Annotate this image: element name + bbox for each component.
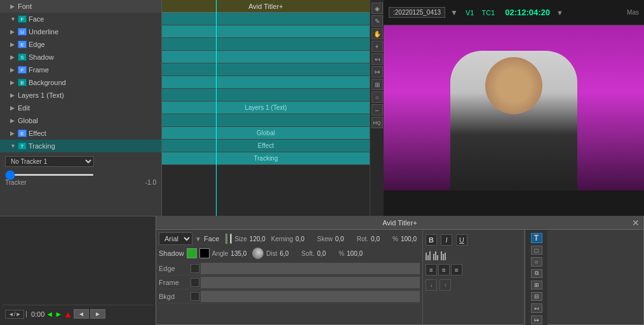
italic-button[interactable]: I (441, 234, 452, 246)
tl-row-5 (162, 63, 370, 76)
frame-label: Frame (159, 279, 191, 286)
face-arrow: ▼ (10, 16, 18, 22)
timeline-panel: Avid Titler+ Layers 1 (Text) Global Effe… (162, 0, 370, 216)
global-arrow: ▶ (10, 117, 18, 124)
gray-left-btn[interactable]: ◄ (74, 309, 89, 319)
tool-zoom-out[interactable]: – (372, 104, 383, 116)
underline-button[interactable]: U (456, 234, 467, 246)
face-pct-val: 100,0 (401, 235, 420, 242)
edit-arrow: ▶ (10, 105, 18, 111)
pos-down-btn[interactable]: ↓ (426, 279, 437, 291)
tool-shape[interactable]: □ (531, 246, 542, 255)
tracker-select[interactable]: No Tracker 1 (5, 156, 94, 167)
tl-row-6 (162, 76, 370, 89)
bold-button[interactable]: B (426, 234, 437, 246)
play-btn[interactable]: ◄/► (5, 310, 24, 319)
tree-item-underline[interactable]: ▶ U Underline (0, 25, 161, 38)
bottom-area: ◄/► | 0:00 ◄ ► ▲ ◄ ► Avid Titler+ ✕ Aria (0, 216, 644, 325)
titler-titlebar: Avid Titler+ ✕ (156, 216, 643, 230)
tool-text[interactable]: T (531, 233, 542, 243)
tl-row-layers-label: Layers 1 (Text) (245, 104, 286, 111)
tool-hand[interactable]: ✋ (372, 28, 383, 39)
effect-icon: E (18, 129, 27, 137)
tool-grid-large[interactable]: ⊟ (531, 292, 542, 301)
tree-item-shadow[interactable]: ▶ S Shadow (0, 51, 161, 63)
tree-item-background[interactable]: ▶ B Background (0, 76, 161, 89)
tree-item-global[interactable]: ▶ Global (0, 114, 161, 127)
gray-right-btn[interactable]: ► (90, 309, 105, 319)
tool-circle[interactable]: ○ (372, 91, 383, 103)
tree-item-effect[interactable]: ▶ E Effect (0, 127, 161, 140)
font-select[interactable]: Arial (159, 232, 192, 245)
face-icon: F (18, 15, 27, 23)
edge-rest (201, 263, 420, 274)
dist-val: 6,0 (280, 250, 299, 257)
shadow-black-swatch[interactable] (199, 248, 210, 258)
mask-label: Mas (627, 9, 639, 16)
tool-out[interactable]: ↦ (372, 66, 383, 77)
tool-zoom-in[interactable]: + (372, 41, 383, 52)
tree-item-tracking[interactable]: ▼ T Tracking (0, 140, 161, 152)
tool-arrow-out[interactable]: ↦ (531, 315, 542, 324)
tri-up-btn[interactable]: ▲ (64, 309, 72, 319)
tool-grid[interactable]: ⊞ (372, 79, 383, 90)
tl-row-4 (162, 51, 370, 63)
tree-item-edge[interactable]: ▶ E Edge (0, 38, 161, 51)
font-row: Arial ▼ Face Size 120,0 Kerning 0,0 Skew… (159, 232, 420, 245)
titler-close-btn[interactable]: ✕ (632, 218, 640, 228)
size-val: 120,0 (250, 235, 269, 242)
tree-item-edit[interactable]: ▶ Edit (0, 102, 161, 114)
tree-item-font[interactable]: ▶ Font (0, 0, 161, 13)
global-label: Global (18, 117, 38, 124)
tl-row-tracking-label: Tracking (254, 155, 278, 162)
pos-up-btn[interactable]: ↑ (439, 279, 451, 291)
tracking-arrow: ▼ (10, 143, 18, 149)
playback-controls: ◄/► | 0:00 ◄ ► ▲ ◄ ► (3, 305, 153, 322)
align-right-button[interactable]: ≡ (451, 264, 462, 275)
kern-icons-row (426, 251, 521, 260)
tool-circle[interactable]: ○ (531, 257, 542, 266)
tool-grid-small[interactable]: ⊞ (531, 281, 542, 289)
tracker-slider[interactable] (5, 174, 94, 176)
side-tools: ◈ ✎ ✋ + ↤ ↦ ⊞ ○ – HQ (370, 0, 384, 216)
edge-checkbox[interactable] (191, 264, 199, 273)
tool-copy[interactable]: ⧉ (531, 269, 542, 278)
dist-label: Dist (266, 250, 277, 257)
bkgd-checkbox[interactable] (191, 292, 199, 301)
edge-label: Edge (159, 265, 191, 272)
frame-rest (201, 277, 420, 288)
pos-left-btn[interactable]: ◄ (46, 310, 53, 319)
tree-item-layers[interactable]: ▶ Layers 1 (Text) (0, 89, 161, 102)
align-center-button[interactable]: ≡ (438, 264, 450, 275)
tl-row-global: Global (162, 127, 370, 140)
position-icons-row: ↓ ↑ (426, 279, 521, 291)
shadow-arrow: ▶ (10, 54, 18, 60)
tree-item-face[interactable]: ▼ F Face (0, 13, 161, 25)
face-color-swatch[interactable] (225, 234, 227, 244)
frame-checkbox[interactable] (191, 278, 199, 287)
bkgd-row: Bkgd (159, 289, 420, 303)
tool-select[interactable]: ◈ (372, 3, 383, 14)
timecode-arrow: ▼ (556, 9, 563, 17)
align-left-button[interactable]: ≡ (426, 264, 437, 275)
video-background (384, 25, 644, 190)
tool-pen[interactable]: ✎ (372, 15, 383, 27)
tracking-icon: T (18, 142, 27, 150)
tool-in[interactable]: ↤ (372, 53, 383, 65)
shadow-color-swatch[interactable] (187, 248, 197, 258)
tl-row-3 (162, 38, 370, 51)
layers-arrow: ▶ (10, 92, 18, 98)
tool-hq[interactable]: HQ (372, 117, 383, 128)
underline-arrow: ▶ (10, 29, 18, 35)
frame-row: Frame (159, 275, 420, 289)
pos-right-btn[interactable]: ► (55, 310, 62, 319)
alignment-row: ≡ ≡ ≡ (426, 264, 521, 275)
tracker-text-label: Tracker (5, 179, 27, 186)
edge-label: Edge (29, 41, 45, 48)
timeline-header: Avid Titler+ (162, 0, 370, 13)
background-arrow: ▶ (10, 79, 18, 86)
face-white-swatch[interactable] (230, 234, 232, 244)
tree-item-frame[interactable]: ▶ F Frame (0, 63, 161, 76)
titler-format-area: Arial ▼ Face Size 120,0 Kerning 0,0 Skew… (156, 230, 423, 325)
tool-arrow-in[interactable]: ↤ (531, 303, 542, 312)
